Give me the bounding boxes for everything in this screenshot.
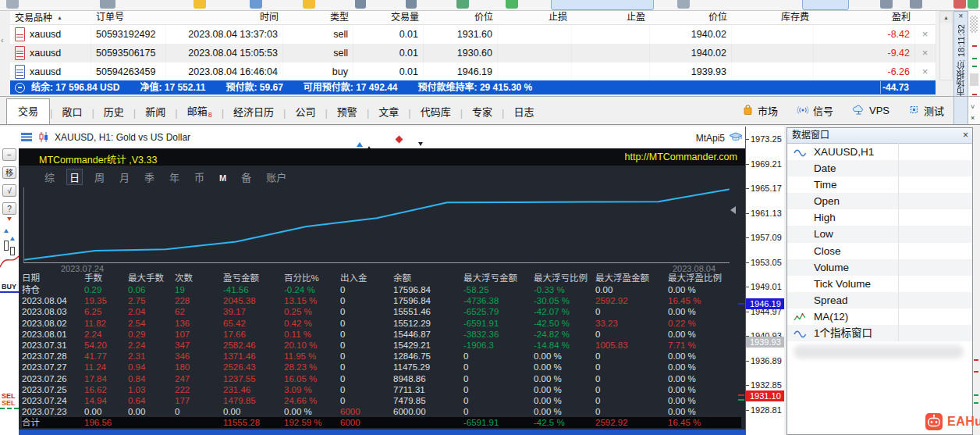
order-close[interactable]: × — [915, 62, 936, 81]
order-close[interactable]: × — [915, 44, 936, 62]
panel-tool-button-1[interactable]: 移 — [2, 166, 16, 179]
order-tp — [572, 44, 650, 62]
toolbox-tab-5[interactable]: 经济日历 — [224, 100, 283, 124]
signals-button[interactable]: 信号 — [797, 103, 833, 118]
close-icon[interactable]: × — [954, 12, 968, 21]
period-button-4[interactable]: 季 — [142, 169, 157, 184]
panel-url-link[interactable]: http://MTCommander.com — [625, 152, 738, 162]
panel-tool-button-2[interactable]: √ — [2, 184, 16, 197]
column-header-3[interactable]: 类型 — [283, 11, 353, 24]
order-row[interactable]: xauusd505935061752023.08.04 15:05:53sell… — [10, 44, 936, 62]
data-window-row[interactable]: Time — [787, 176, 972, 193]
column-header-0[interactable]: 交易品种▲ — [10, 11, 91, 24]
stats-cell: 12846.75 — [393, 351, 463, 362]
order-tp — [572, 62, 650, 81]
column-header-10[interactable]: 盈利 — [814, 11, 915, 24]
order-price: 1930.60 — [424, 44, 498, 62]
autotrade-icon[interactable] — [953, 0, 966, 9]
zoom-in-icon[interactable] — [880, 0, 893, 9]
account-summary-bar[interactable]: 结余: 17 596.84 USD净值: 17 552.11预付款: 59.67… — [10, 80, 936, 94]
order-close[interactable]: × — [915, 25, 936, 44]
crosshair-icon[interactable] — [355, 0, 366, 9]
indicator-pills[interactable] — [802, 0, 849, 10]
close-icon[interactable]: × — [963, 128, 968, 143]
toolbox-tab-10[interactable]: 专家 — [463, 100, 502, 124]
period-button-5[interactable]: 年 — [167, 169, 182, 184]
data-window-row[interactable]: Volume — [787, 259, 972, 276]
vps-button[interactable]: VPS — [852, 104, 889, 118]
tester-button[interactable]: 测试 — [908, 103, 944, 118]
toolbox-tab-8[interactable]: 文章 — [369, 100, 408, 124]
period-button-6[interactable]: 币 — [192, 169, 207, 184]
price-axis[interactable]: 1973.251969.211965.171961.131957.091953.… — [745, 127, 784, 435]
data-window-row[interactable]: 1个指标窗口 — [787, 325, 972, 341]
data-window-row-label: MA(12) — [814, 311, 848, 323]
depth-list-icon[interactable] — [20, 131, 33, 145]
period-button-1[interactable]: 日 — [67, 169, 82, 184]
stats-cell: -6591.91 — [463, 318, 534, 329]
close-icon[interactable]: × — [971, 114, 975, 122]
order-row[interactable]: xauusd505931924922023.08.04 13:37:03sell… — [10, 25, 936, 44]
data-window-row[interactable]: High — [787, 209, 972, 226]
period-button-7[interactable]: M — [217, 173, 229, 183]
period-button-9[interactable]: 账户 — [264, 169, 289, 184]
new-order-button[interactable] — [551, 0, 654, 10]
toolbox-tab-1[interactable]: 敞口 — [52, 100, 91, 124]
column-header-1[interactable]: 订单号 — [91, 11, 166, 24]
data-window-row[interactable]: Spread — [787, 292, 972, 308]
toolbox-tab-0[interactable]: 交易 — [6, 98, 50, 124]
market-button[interactable]: 市场 — [742, 103, 778, 118]
data-window-row[interactable]: XAUUSD,H1 — [787, 144, 972, 160]
toolbox-tab-11[interactable]: 日志 — [504, 100, 543, 124]
data-window-row[interactable]: Tick Volume — [787, 276, 972, 292]
trade-table-scrollbar[interactable]: ▴ — [939, 11, 953, 80]
graduation-cap-icon[interactable] — [729, 131, 743, 145]
grid-icon[interactable] — [6, 0, 19, 9]
column-header-6[interactable]: 止损 — [498, 11, 572, 24]
price-tick-label: 1928.81 — [751, 405, 782, 415]
summary-collapse-icon[interactable] — [15, 83, 25, 93]
period-button-3[interactable]: 月 — [117, 169, 132, 184]
data-window-titlebar[interactable]: 数据窗口 × — [787, 128, 972, 144]
fibo-icon[interactable] — [456, 0, 469, 9]
zoom-out-icon[interactable] — [910, 0, 922, 9]
toolbox-tab-6[interactable]: 公司 — [286, 100, 325, 124]
column-header-7[interactable]: 止盈 — [572, 11, 650, 24]
panel-titlebar[interactable]: MTCommander统计 ,V3.33 http://MTCommander.… — [19, 148, 745, 166]
candles-icon[interactable] — [37, 131, 50, 146]
toolbox-tab-2[interactable]: 历史 — [94, 100, 133, 124]
panel-collapse-handle[interactable]: ‹ — [1, 35, 9, 45]
toolbox-tab-7[interactable]: 预警 — [328, 100, 367, 124]
column-header-2[interactable]: 时间 — [166, 11, 283, 24]
price-tick-label: 1936.89 — [751, 356, 782, 365]
market-watch-collapsed-strip[interactable]: × 市场报价: 18:11:32 — [953, 11, 968, 125]
data-window-row[interactable]: MA(12) — [787, 308, 972, 325]
toolbox-tab-4[interactable]: 邮箱8 — [178, 99, 222, 124]
add-indicator-icon[interactable] — [506, 0, 518, 9]
panel-tool-button-3[interactable]: ? — [2, 202, 16, 215]
folder-icon[interactable] — [303, 0, 315, 9]
toolbox-tab-9[interactable]: 代码库 — [411, 100, 460, 124]
data-window-row[interactable]: Date — [787, 160, 972, 176]
printer-icon[interactable] — [100, 0, 115, 9]
column-header-8[interactable]: 价位 — [650, 11, 732, 24]
clipboard-icon[interactable] — [677, 0, 690, 9]
panel-tool-button-0[interactable]: − — [2, 148, 16, 161]
chart-mode-icon[interactable] — [250, 0, 262, 9]
toolbox-tab-3[interactable]: 新闻 — [136, 100, 175, 124]
vline-icon[interactable] — [406, 0, 417, 9]
period-button-0[interactable]: 综 — [42, 169, 57, 184]
data-window-row[interactable]: Low — [787, 226, 972, 242]
order-row[interactable]: xauusd505942634592023.08.04 16:46:04buy0… — [10, 62, 936, 81]
scroll-up-icon[interactable]: ▴ — [940, 12, 952, 23]
lvl-indicator[interactable] — [968, 0, 978, 9]
column-header-4[interactable]: 交易量 — [353, 11, 424, 24]
data-window-row[interactable]: Open — [787, 193, 972, 209]
save-folder-icon[interactable] — [194, 0, 206, 9]
column-header-5[interactable]: 价位 — [424, 11, 498, 24]
eahub-robot-icon — [925, 413, 943, 430]
column-header-9[interactable]: 库存费 — [732, 11, 814, 24]
period-button-2[interactable]: 周 — [92, 169, 107, 184]
data-window-row[interactable]: Close — [787, 243, 972, 259]
period-button-8[interactable]: 备 — [239, 169, 254, 184]
